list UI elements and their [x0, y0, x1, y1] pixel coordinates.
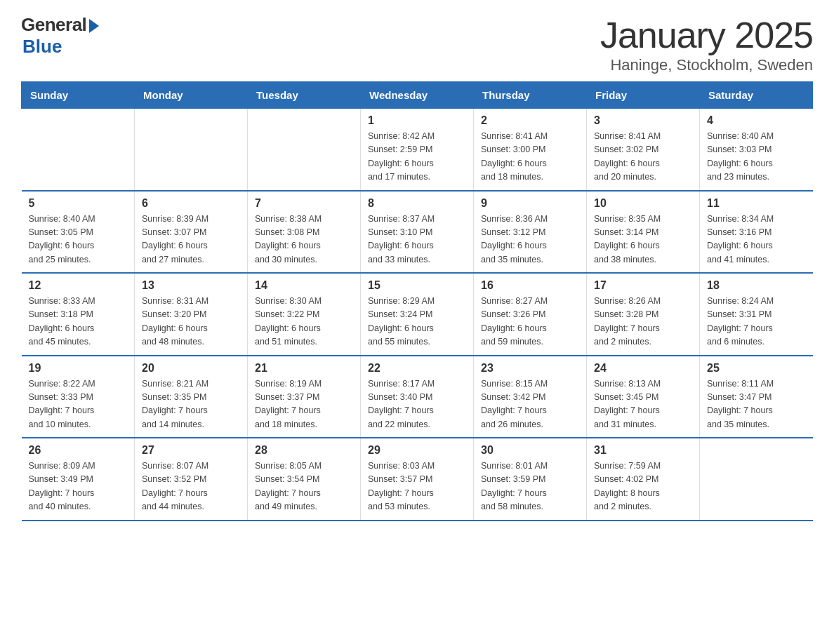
- day-number: 6: [142, 197, 240, 210]
- header-day-sunday: Sunday: [22, 82, 135, 109]
- calendar-cell: 27Sunrise: 8:07 AM Sunset: 3:52 PM Dayli…: [135, 438, 248, 521]
- calendar-cell: 24Sunrise: 8:13 AM Sunset: 3:45 PM Dayli…: [587, 356, 700, 438]
- header-day-monday: Monday: [135, 82, 248, 109]
- day-number: 24: [594, 362, 692, 375]
- calendar-cell: 29Sunrise: 8:03 AM Sunset: 3:57 PM Dayli…: [361, 438, 474, 521]
- day-number: 7: [255, 197, 353, 210]
- day-info: Sunrise: 8:41 AM Sunset: 3:02 PM Dayligh…: [594, 130, 692, 185]
- day-number: 1: [368, 114, 466, 127]
- header-day-tuesday: Tuesday: [248, 82, 361, 109]
- day-info: Sunrise: 8:09 AM Sunset: 3:49 PM Dayligh…: [29, 459, 128, 514]
- calendar-cell: 26Sunrise: 8:09 AM Sunset: 3:49 PM Dayli…: [22, 438, 135, 521]
- page-header: General Blue January 2025 Haninge, Stock…: [21, 14, 813, 74]
- day-info: Sunrise: 8:33 AM Sunset: 3:18 PM Dayligh…: [29, 295, 128, 349]
- day-info: Sunrise: 8:40 AM Sunset: 3:03 PM Dayligh…: [707, 130, 806, 185]
- calendar-cell: 10Sunrise: 8:35 AM Sunset: 3:14 PM Dayli…: [587, 191, 700, 274]
- calendar-cell: [700, 438, 813, 521]
- logo-arrow-icon: [89, 19, 99, 33]
- calendar-cell: 28Sunrise: 8:05 AM Sunset: 3:54 PM Dayli…: [248, 438, 361, 521]
- calendar-cell: 23Sunrise: 8:15 AM Sunset: 3:42 PM Dayli…: [474, 356, 587, 438]
- day-info: Sunrise: 8:24 AM Sunset: 3:31 PM Dayligh…: [707, 295, 806, 349]
- header-day-thursday: Thursday: [474, 82, 587, 109]
- day-number: 22: [368, 362, 466, 375]
- day-number: 27: [142, 444, 240, 457]
- calendar-cell: 6Sunrise: 8:39 AM Sunset: 3:07 PM Daylig…: [135, 191, 248, 274]
- day-info: Sunrise: 8:29 AM Sunset: 3:24 PM Dayligh…: [368, 295, 466, 349]
- day-number: 15: [368, 279, 466, 292]
- day-number: 8: [368, 197, 466, 210]
- day-info: Sunrise: 8:15 AM Sunset: 3:42 PM Dayligh…: [481, 377, 579, 432]
- day-info: Sunrise: 8:01 AM Sunset: 3:59 PM Dayligh…: [481, 459, 579, 514]
- calendar-cell: 21Sunrise: 8:19 AM Sunset: 3:37 PM Dayli…: [248, 356, 361, 438]
- calendar-week-row: 1Sunrise: 8:42 AM Sunset: 2:59 PM Daylig…: [22, 109, 813, 191]
- calendar-cell: 17Sunrise: 8:26 AM Sunset: 3:28 PM Dayli…: [587, 273, 700, 356]
- day-number: 11: [707, 197, 806, 210]
- calendar-table: SundayMondayTuesdayWednesdayThursdayFrid…: [21, 81, 813, 521]
- calendar-cell: 16Sunrise: 8:27 AM Sunset: 3:26 PM Dayli…: [474, 273, 587, 356]
- day-number: 2: [481, 114, 579, 127]
- calendar-cell: 12Sunrise: 8:33 AM Sunset: 3:18 PM Dayli…: [22, 273, 135, 356]
- day-number: 20: [142, 362, 240, 375]
- day-info: Sunrise: 8:41 AM Sunset: 3:00 PM Dayligh…: [481, 130, 579, 185]
- day-info: Sunrise: 8:35 AM Sunset: 3:14 PM Dayligh…: [594, 213, 692, 267]
- day-number: 21: [255, 362, 353, 375]
- calendar-cell: [135, 109, 248, 191]
- day-info: Sunrise: 8:31 AM Sunset: 3:20 PM Dayligh…: [142, 295, 240, 349]
- day-info: Sunrise: 8:34 AM Sunset: 3:16 PM Dayligh…: [707, 213, 806, 267]
- day-info: Sunrise: 8:37 AM Sunset: 3:10 PM Dayligh…: [368, 213, 466, 267]
- calendar-cell: 7Sunrise: 8:38 AM Sunset: 3:08 PM Daylig…: [248, 191, 361, 274]
- calendar-cell: 31Sunrise: 7:59 AM Sunset: 4:02 PM Dayli…: [587, 438, 700, 521]
- day-number: 18: [707, 279, 806, 292]
- calendar-cell: 30Sunrise: 8:01 AM Sunset: 3:59 PM Dayli…: [474, 438, 587, 521]
- day-info: Sunrise: 8:21 AM Sunset: 3:35 PM Dayligh…: [142, 377, 240, 432]
- day-info: Sunrise: 8:40 AM Sunset: 3:05 PM Dayligh…: [29, 213, 128, 267]
- day-number: 3: [594, 114, 692, 127]
- calendar-week-row: 5Sunrise: 8:40 AM Sunset: 3:05 PM Daylig…: [22, 191, 813, 274]
- logo-general-text: General: [21, 14, 86, 36]
- day-info: Sunrise: 8:19 AM Sunset: 3:37 PM Dayligh…: [255, 377, 353, 432]
- day-number: 29: [368, 444, 466, 457]
- calendar-cell: 8Sunrise: 8:37 AM Sunset: 3:10 PM Daylig…: [361, 191, 474, 274]
- day-info: Sunrise: 7:59 AM Sunset: 4:02 PM Dayligh…: [594, 459, 692, 514]
- calendar-title: January 2025: [600, 14, 813, 56]
- calendar-cell: 2Sunrise: 8:41 AM Sunset: 3:00 PM Daylig…: [474, 109, 587, 191]
- calendar-cell: 4Sunrise: 8:40 AM Sunset: 3:03 PM Daylig…: [700, 109, 813, 191]
- day-info: Sunrise: 8:26 AM Sunset: 3:28 PM Dayligh…: [594, 295, 692, 349]
- calendar-cell: [22, 109, 135, 191]
- calendar-cell: 25Sunrise: 8:11 AM Sunset: 3:47 PM Dayli…: [700, 356, 813, 438]
- day-number: 30: [481, 444, 579, 457]
- day-number: 4: [707, 114, 806, 127]
- day-number: 12: [29, 279, 128, 292]
- calendar-cell: 5Sunrise: 8:40 AM Sunset: 3:05 PM Daylig…: [22, 191, 135, 274]
- calendar-cell: 18Sunrise: 8:24 AM Sunset: 3:31 PM Dayli…: [700, 273, 813, 356]
- header-day-saturday: Saturday: [700, 82, 813, 109]
- calendar-cell: 11Sunrise: 8:34 AM Sunset: 3:16 PM Dayli…: [700, 191, 813, 274]
- calendar-week-row: 12Sunrise: 8:33 AM Sunset: 3:18 PM Dayli…: [22, 273, 813, 356]
- day-info: Sunrise: 8:13 AM Sunset: 3:45 PM Dayligh…: [594, 377, 692, 432]
- logo-blue-text: Blue: [22, 36, 62, 58]
- day-info: Sunrise: 8:42 AM Sunset: 2:59 PM Dayligh…: [368, 130, 466, 185]
- day-number: 10: [594, 197, 692, 210]
- header-day-wednesday: Wednesday: [361, 82, 474, 109]
- calendar-cell: 3Sunrise: 8:41 AM Sunset: 3:02 PM Daylig…: [587, 109, 700, 191]
- day-info: Sunrise: 8:03 AM Sunset: 3:57 PM Dayligh…: [368, 459, 466, 514]
- calendar-subtitle: Haninge, Stockholm, Sweden: [600, 56, 813, 74]
- day-number: 26: [29, 444, 128, 457]
- day-number: 14: [255, 279, 353, 292]
- calendar-cell: 20Sunrise: 8:21 AM Sunset: 3:35 PM Dayli…: [135, 356, 248, 438]
- day-number: 5: [29, 197, 128, 210]
- logo: General Blue: [21, 14, 99, 58]
- day-info: Sunrise: 8:17 AM Sunset: 3:40 PM Dayligh…: [368, 377, 466, 432]
- calendar-cell: 15Sunrise: 8:29 AM Sunset: 3:24 PM Dayli…: [361, 273, 474, 356]
- calendar-cell: 1Sunrise: 8:42 AM Sunset: 2:59 PM Daylig…: [361, 109, 474, 191]
- day-number: 13: [142, 279, 240, 292]
- day-number: 19: [29, 362, 128, 375]
- calendar-cell: 14Sunrise: 8:30 AM Sunset: 3:22 PM Dayli…: [248, 273, 361, 356]
- title-section: January 2025 Haninge, Stockholm, Sweden: [600, 14, 813, 74]
- calendar-week-row: 26Sunrise: 8:09 AM Sunset: 3:49 PM Dayli…: [22, 438, 813, 521]
- day-number: 17: [594, 279, 692, 292]
- day-info: Sunrise: 8:07 AM Sunset: 3:52 PM Dayligh…: [142, 459, 240, 514]
- day-number: 25: [707, 362, 806, 375]
- calendar-cell: 9Sunrise: 8:36 AM Sunset: 3:12 PM Daylig…: [474, 191, 587, 274]
- calendar-cell: 19Sunrise: 8:22 AM Sunset: 3:33 PM Dayli…: [22, 356, 135, 438]
